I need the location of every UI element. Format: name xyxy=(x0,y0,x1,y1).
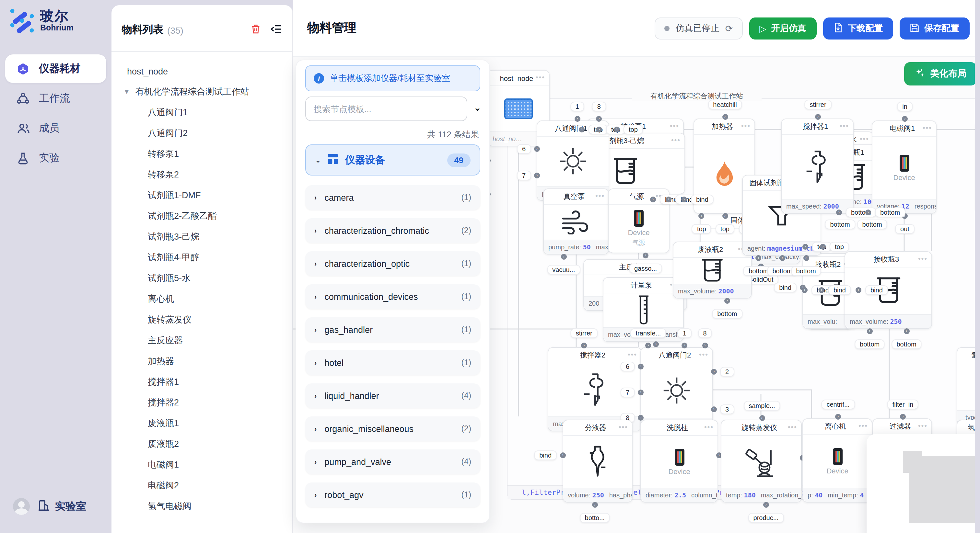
template-item-hotel[interactable]: ›hotel(1) xyxy=(305,351,480,375)
template-item-pump_and_valve[interactable]: ›pump_and_valve(4) xyxy=(305,449,480,474)
template-item-gas_handler[interactable]: ›gas_handler(1) xyxy=(305,317,480,342)
sidebar-item-3[interactable]: 成员 xyxy=(5,114,106,143)
tree-item[interactable]: 试剂瓶2-乙酸乙酯 xyxy=(111,206,292,227)
graph-node-洗脱柱[interactable]: 洗脱柱•••Devicediameter: 2.5column_type: si… xyxy=(640,420,718,503)
port-handle[interactable]: › xyxy=(645,343,651,348)
start-simulation-button[interactable]: ▷ 开启仿真 xyxy=(749,17,817,40)
node-menu-icon[interactable]: ••• xyxy=(860,135,869,143)
port-handle[interactable]: › xyxy=(865,209,871,215)
tree-item[interactable]: 主反应器 xyxy=(111,330,292,351)
port-handle[interactable]: › xyxy=(722,114,728,120)
graph-node-离心机[interactable]: 离心机•••Devicep: 40min_temp: 4max_specentr… xyxy=(802,418,872,503)
node-menu-icon[interactable]: ••• xyxy=(536,73,545,81)
port-handle[interactable]: › xyxy=(803,255,809,261)
port-handle[interactable]: › xyxy=(596,116,602,122)
port-handle[interactable]: › xyxy=(650,197,656,202)
tree-item[interactable]: 转移泵1 xyxy=(111,144,292,165)
port-handle[interactable]: › xyxy=(560,452,566,458)
graph-node-分液器[interactable]: 分液器•••volume: 250has_phases: truebind›bo… xyxy=(563,420,633,503)
delete-icon[interactable] xyxy=(250,23,261,37)
template-item-communication_devices[interactable]: ›communication_devices(1) xyxy=(305,284,480,309)
tree-item[interactable]: 试剂瓶3-己烷 xyxy=(111,227,292,247)
port-handle[interactable]: › xyxy=(653,341,659,347)
port-handle[interactable]: › xyxy=(702,343,708,348)
port-handle[interactable]: › xyxy=(592,502,598,508)
port-handle[interactable]: › xyxy=(780,255,785,261)
node-menu-icon[interactable]: ••• xyxy=(671,136,681,144)
node-menu-icon[interactable]: ••• xyxy=(840,122,849,130)
template-item-characterization_chromatic[interactable]: ›characterization_chromatic(2) xyxy=(305,218,480,243)
template-item-liquid_handler[interactable]: ›liquid_handler(4) xyxy=(305,383,480,408)
port-handle[interactable]: › xyxy=(534,146,540,152)
tree-item[interactable]: 试剂瓶4-甲醇 xyxy=(111,247,292,268)
port-handle[interactable]: › xyxy=(638,415,644,420)
port-handle[interactable]: › xyxy=(904,328,909,334)
refresh-icon[interactable]: ⟳ xyxy=(725,23,733,34)
tree-item[interactable]: 电磁阀2 xyxy=(111,475,292,496)
port-handle[interactable]: › xyxy=(711,406,717,412)
node-menu-icon[interactable]: ••• xyxy=(918,254,928,262)
tree-item-host-node[interactable]: host_node xyxy=(111,61,292,82)
port-handle[interactable]: › xyxy=(902,116,908,122)
port-handle[interactable]: › xyxy=(756,255,762,261)
port-handle[interactable]: › xyxy=(534,173,540,179)
graph-node-搅拌器1[interactable]: 搅拌器1•••max_speed: 2000stirrer› xyxy=(781,119,854,214)
sidebar-item-1[interactable]: 仪器耗材 xyxy=(5,54,106,83)
port-handle[interactable]: › xyxy=(643,252,649,259)
save-config-button[interactable]: 保存配置 xyxy=(900,17,970,40)
port-handle[interactable]: › xyxy=(699,213,705,219)
tree-item[interactable]: 转移泵2 xyxy=(111,165,292,185)
node-menu-icon[interactable]: ••• xyxy=(595,192,605,200)
tree-item[interactable]: 氢气电磁阀 xyxy=(111,496,292,512)
port-handle[interactable]: › xyxy=(711,369,717,374)
port-handle[interactable]: › xyxy=(681,343,687,348)
node-menu-icon[interactable]: ••• xyxy=(918,422,928,429)
graph-node-电磁阀1[interactable]: 电磁阀1•••Devicevoltage: 12response_time: 0… xyxy=(872,121,937,214)
node-menu-icon[interactable]: ••• xyxy=(788,423,797,431)
port-handle[interactable]: › xyxy=(815,114,821,120)
template-item-characterization_optic[interactable]: ›characterization_optic(1) xyxy=(305,251,480,276)
port-handle[interactable]: › xyxy=(802,244,808,250)
tree-item[interactable]: 废液瓶1 xyxy=(111,413,292,434)
beautify-layout-button[interactable]: 美化布局 xyxy=(904,62,977,86)
tree-item[interactable]: 搅拌器1 xyxy=(111,372,292,392)
node-menu-icon[interactable]: ••• xyxy=(670,122,679,130)
port-handle[interactable]: › xyxy=(581,343,587,348)
minimap[interactable] xyxy=(867,434,980,533)
port-handle[interactable]: › xyxy=(614,127,620,132)
port-handle[interactable]: › xyxy=(763,502,769,508)
port-handle[interactable]: › xyxy=(638,389,644,395)
tree-item[interactable]: 试剂瓶1-DMF xyxy=(111,185,292,206)
user-avatar[interactable] xyxy=(13,498,30,515)
port-handle[interactable]: › xyxy=(759,415,765,421)
port-handle[interactable]: › xyxy=(856,287,861,293)
port-handle[interactable]: › xyxy=(681,197,687,202)
tree-item[interactable]: 八通阀门1 xyxy=(111,102,292,123)
port-handle[interactable]: › xyxy=(722,213,728,219)
tree-item[interactable]: 电磁阀1 xyxy=(111,455,292,475)
tree-item[interactable]: 试剂瓶5-水 xyxy=(111,268,292,289)
category-equipment[interactable]: ⌄ 仪器设备 49 xyxy=(305,144,480,176)
chevron-down-icon[interactable]: ⌄ xyxy=(474,102,482,113)
download-config-button[interactable]: 下载配置 xyxy=(823,17,893,40)
port-handle[interactable]: › xyxy=(836,209,842,215)
sidebar-item-2[interactable]: 工作流 xyxy=(5,84,106,113)
tree-item[interactable]: 八通阀门2 xyxy=(111,123,292,144)
port-handle[interactable]: › xyxy=(835,414,841,420)
port-handle[interactable]: › xyxy=(724,298,730,304)
simulation-status-pill[interactable]: 仿真已停止 ⟳ xyxy=(655,17,743,40)
brand-logo[interactable]: 玻尔 Bohrium xyxy=(9,8,73,34)
collapse-list-icon[interactable] xyxy=(270,24,282,36)
port-handle[interactable]: › xyxy=(867,328,873,334)
port-handle[interactable]: › xyxy=(820,244,826,250)
node-menu-icon[interactable]: ••• xyxy=(741,122,751,130)
tree-group-workstation[interactable]: ▼有机化学流程综合测试工作站 xyxy=(111,82,292,102)
graph-node-废液瓶2[interactable]: 废液瓶2•••max_volume: 2000bottom› xyxy=(673,241,752,298)
port-handle[interactable]: › xyxy=(596,127,602,132)
port-handle[interactable]: › xyxy=(666,197,671,202)
tree-item[interactable]: 加热器 xyxy=(111,351,292,372)
node-menu-icon[interactable]: ••• xyxy=(923,124,932,132)
tree-item[interactable]: 离心机 xyxy=(111,289,292,309)
graph-node-旋转蒸发仪[interactable]: 旋转蒸发仪•••temp: 180max_rotation_speed:samp… xyxy=(721,420,802,503)
port-handle[interactable]: › xyxy=(561,254,566,260)
